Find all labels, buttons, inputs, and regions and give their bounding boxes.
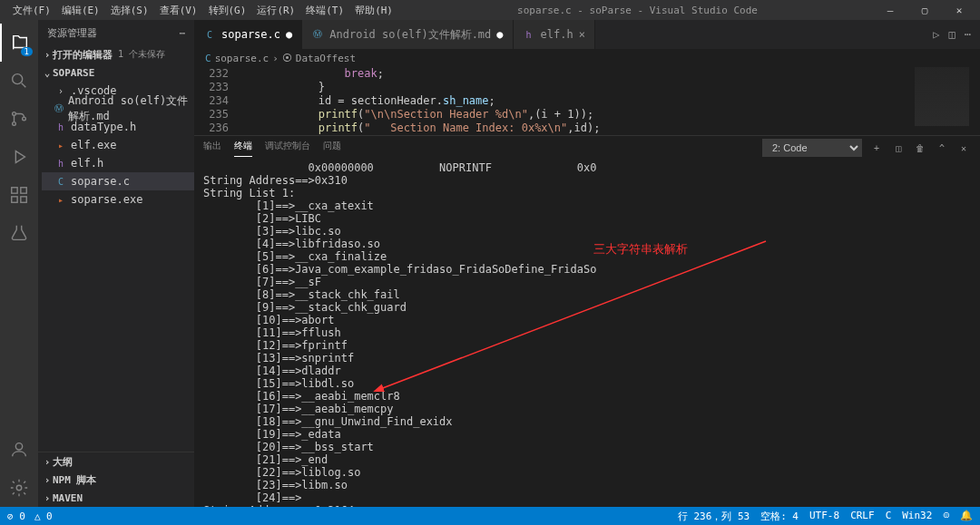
- menu-terminal[interactable]: 终端(T): [300, 4, 349, 17]
- open-editors-header[interactable]: › 打开的编辑器 1 个未保存: [38, 45, 194, 63]
- status-lang[interactable]: C: [886, 510, 892, 523]
- file-item[interactable]: helf.h: [42, 154, 194, 172]
- trash-icon[interactable]: 🗑: [913, 143, 927, 153]
- h-icon: h: [54, 157, 67, 170]
- file-item[interactable]: ▸elf.exe: [42, 136, 194, 154]
- maximize-button[interactable]: ▢: [911, 5, 938, 16]
- menu-file[interactable]: 文件(F): [7, 4, 56, 17]
- tab-label: elf.h: [541, 28, 573, 41]
- debug-icon[interactable]: [0, 138, 38, 176]
- close-tab-icon[interactable]: ×: [579, 28, 585, 41]
- svg-rect-5: [21, 188, 26, 193]
- status-eol[interactable]: CRLF: [850, 510, 875, 523]
- tab-label: soparse.c: [221, 28, 280, 41]
- dirty-indicator-icon: ●: [496, 28, 503, 41]
- panel-tab[interactable]: 问题: [323, 140, 341, 156]
- status-bell-icon[interactable]: 🔔: [960, 510, 973, 523]
- status-line-col[interactable]: 行 236，列 53: [678, 510, 750, 523]
- minimize-button[interactable]: —: [877, 5, 904, 16]
- editor-area: Csoparse.c●ⓂAndroid so(elf)文件解析.md●helf.…: [194, 20, 980, 507]
- h-icon: h: [54, 121, 67, 133]
- activity-bar: 1: [0, 20, 38, 507]
- file-label: elf.h: [71, 157, 103, 170]
- sidebar: 资源管理器 ⋯ › 打开的编辑器 1 个未保存 ⌄ SOPARSE ›.vsco…: [38, 20, 194, 507]
- m-icon: Ⓜ: [54, 102, 64, 115]
- exe-icon: ▸: [54, 193, 67, 206]
- panel-tab[interactable]: 终端: [234, 140, 252, 157]
- sidebar-section[interactable]: ›MAVEN: [38, 489, 194, 507]
- close-button[interactable]: ✕: [946, 5, 973, 16]
- svg-rect-6: [12, 197, 17, 202]
- editor-tab[interactable]: Csoparse.c●: [194, 20, 302, 49]
- menu-help[interactable]: 帮助(H): [349, 4, 398, 17]
- split-terminal-icon[interactable]: ◫: [891, 143, 906, 153]
- editor-tab[interactable]: helf.h×: [514, 20, 595, 49]
- close-panel-icon[interactable]: ✕: [956, 143, 971, 153]
- sidebar-more-icon[interactable]: ⋯: [179, 27, 185, 39]
- dirty-indicator-icon: ●: [286, 28, 292, 41]
- breadcrumb[interactable]: C soparse.c › ⦿ DataOffest: [194, 49, 980, 67]
- svg-rect-4: [12, 188, 17, 193]
- folder-icon: ›: [54, 84, 67, 97]
- explorer-icon[interactable]: 1: [0, 24, 38, 62]
- status-feedback-icon[interactable]: ☺: [943, 510, 949, 523]
- menu-selection[interactable]: 选择(S): [105, 4, 154, 17]
- terminal-output[interactable]: 0x00000000 NOPRINTF 0x0 String Address==…: [194, 160, 980, 507]
- tab-bar: Csoparse.c●ⓂAndroid so(elf)文件解析.md●helf.…: [194, 20, 980, 49]
- editor-tab[interactable]: ⓂAndroid so(elf)文件解析.md●: [302, 20, 513, 49]
- tab-label: Android so(elf)文件解析.md: [329, 27, 491, 43]
- svg-point-9: [16, 485, 22, 491]
- status-warnings[interactable]: △ 0: [34, 510, 53, 522]
- file-label: Android so(elf)文件解析.md: [68, 93, 194, 124]
- search-icon[interactable]: [0, 62, 38, 100]
- terminal-select[interactable]: 2: Code: [762, 139, 862, 157]
- h-icon: h: [523, 28, 535, 41]
- annotation-text: 三大字符串表解析: [593, 241, 688, 258]
- testing-icon[interactable]: [0, 214, 38, 252]
- status-encoding[interactable]: UTF-8: [809, 510, 839, 523]
- title-bar: 文件(F) 编辑(E) 选择(S) 查看(V) 转到(G) 运行(R) 终端(T…: [0, 0, 980, 20]
- source-control-icon[interactable]: [0, 100, 38, 138]
- menu-go[interactable]: 转到(G): [203, 4, 252, 17]
- file-label: elf.exe: [71, 139, 117, 151]
- new-terminal-icon[interactable]: +: [869, 143, 884, 153]
- menu-view[interactable]: 查看(V): [154, 4, 203, 17]
- file-label: dataType.h: [71, 121, 136, 133]
- maximize-panel-icon[interactable]: ^: [935, 143, 949, 153]
- window-title: soparse.c - soParse - Visual Studio Code: [398, 5, 877, 16]
- workspace-header[interactable]: ⌄ SOPARSE: [38, 63, 194, 82]
- run-icon[interactable]: ▷: [933, 28, 939, 41]
- tab-more-icon[interactable]: ⋯: [965, 28, 971, 41]
- file-label: soparse.c: [71, 175, 130, 188]
- sidebar-section[interactable]: ›大纲: [38, 452, 194, 471]
- status-spaces[interactable]: 空格: 4: [760, 510, 799, 523]
- file-item[interactable]: ▸soparse.exe: [42, 190, 194, 209]
- minimap[interactable]: [915, 67, 969, 126]
- svg-point-3: [23, 117, 26, 121]
- status-os[interactable]: Win32: [902, 510, 932, 523]
- c-icon: C: [54, 175, 67, 188]
- svg-point-1: [13, 112, 16, 116]
- menu-edit[interactable]: 编辑(E): [56, 4, 105, 17]
- svg-point-2: [13, 122, 16, 126]
- explorer-badge: 1: [21, 47, 33, 56]
- file-item[interactable]: Csoparse.c: [42, 172, 194, 190]
- code-editor[interactable]: 232233234235236 break; } id = sectionHea…: [194, 67, 980, 135]
- menu-run[interactable]: 运行(R): [251, 4, 300, 17]
- status-errors[interactable]: ⊘ 0: [7, 510, 25, 522]
- panel-tab[interactable]: 调试控制台: [265, 140, 310, 156]
- exe-icon: ▸: [54, 139, 67, 151]
- svg-rect-7: [21, 197, 26, 202]
- panel-tab[interactable]: 输出: [203, 140, 221, 156]
- sidebar-title: 资源管理器 ⋯: [38, 20, 194, 45]
- settings-icon[interactable]: [0, 469, 38, 507]
- svg-point-0: [13, 74, 23, 84]
- c-icon: C: [203, 28, 216, 41]
- account-icon[interactable]: [0, 431, 38, 469]
- svg-point-8: [15, 443, 22, 450]
- sidebar-section[interactable]: ›NPM 脚本: [38, 471, 194, 489]
- file-item[interactable]: ⓂAndroid so(elf)文件解析.md: [42, 100, 194, 118]
- split-icon[interactable]: ◫: [949, 28, 956, 41]
- file-label: soparse.exe: [71, 193, 142, 206]
- extensions-icon[interactable]: [0, 176, 38, 214]
